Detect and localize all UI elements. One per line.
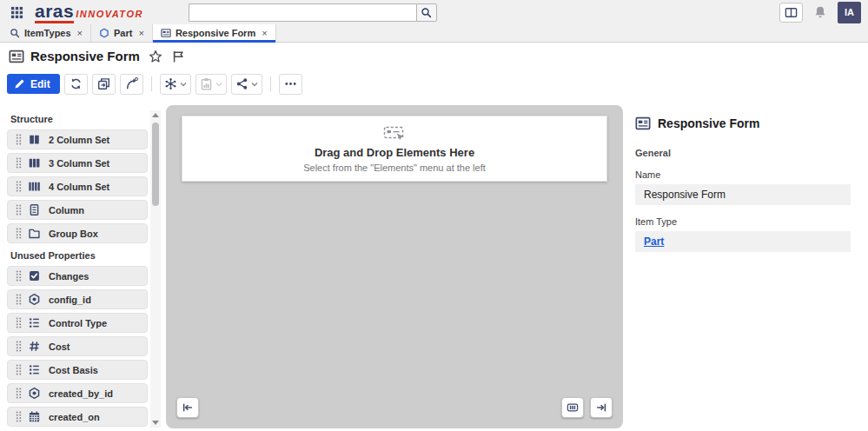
tab-responsive-form[interactable]: Responsive Form× bbox=[153, 24, 276, 42]
drag-handle-icon[interactable] bbox=[16, 411, 22, 422]
tab-label: Part bbox=[114, 28, 132, 38]
collapse-right-icon bbox=[595, 401, 607, 414]
drag-handle-icon[interactable] bbox=[16, 181, 22, 192]
flag-icon[interactable] bbox=[171, 50, 185, 63]
refresh-button[interactable] bbox=[64, 74, 88, 95]
page-title: Responsive Form bbox=[30, 49, 140, 63]
app-launcher-button[interactable] bbox=[7, 3, 26, 22]
chevron-down-icon bbox=[180, 81, 187, 88]
item-type-link[interactable]: Part bbox=[644, 235, 664, 248]
tab-close-icon[interactable]: × bbox=[77, 28, 83, 38]
header-actions: IA bbox=[779, 2, 861, 23]
open-in-new-window-button[interactable] bbox=[92, 74, 116, 95]
sidebar-item-created_on[interactable]: created_on bbox=[7, 407, 148, 427]
drag-handle-icon[interactable] bbox=[16, 294, 22, 305]
split-view-button[interactable] bbox=[779, 3, 803, 23]
sidebar-item-2-column-set[interactable]: 2 Column Set bbox=[7, 129, 148, 149]
drag-handle-icon[interactable] bbox=[16, 317, 22, 328]
hexagon-icon bbox=[99, 28, 109, 38]
drag-handle-icon[interactable] bbox=[16, 157, 22, 169]
sidebar-item-label: 4 Column Set bbox=[49, 182, 109, 192]
user-avatar[interactable]: IA bbox=[838, 2, 861, 23]
layout-columns-button[interactable] bbox=[561, 397, 584, 418]
sidebar-item-config_id[interactable]: config_id bbox=[7, 289, 148, 309]
sidebar-item-control-type[interactable]: Control Type bbox=[7, 313, 148, 333]
collapse-right-panel-button[interactable] bbox=[590, 397, 613, 418]
dropzone-title: Drag and Drop Elements Here bbox=[315, 146, 474, 159]
tab-close-icon[interactable]: × bbox=[138, 28, 143, 38]
ellipsis-icon bbox=[284, 77, 297, 90]
scroll-up-arrow[interactable] bbox=[152, 113, 159, 117]
tab-close-icon[interactable]: × bbox=[262, 28, 267, 38]
item-type-field-label: Item Type bbox=[635, 216, 851, 227]
drag-handle-icon[interactable] bbox=[16, 270, 22, 282]
sidebar-item-cost-basis[interactable]: Cost Basis bbox=[7, 360, 148, 380]
drag-handle-icon[interactable] bbox=[16, 364, 22, 375]
more-actions-button[interactable] bbox=[279, 74, 302, 95]
sidebar-scrollbar[interactable] bbox=[150, 110, 161, 428]
name-field[interactable]: Responsive Form bbox=[635, 184, 851, 205]
promote-button[interactable] bbox=[120, 74, 143, 95]
sidebar-item-changes[interactable]: Changes bbox=[7, 266, 148, 286]
drag-handle-icon[interactable] bbox=[16, 388, 22, 399]
edit-button[interactable]: Edit bbox=[7, 74, 60, 94]
tab-part[interactable]: Part× bbox=[91, 24, 153, 42]
list-icon bbox=[28, 363, 41, 376]
sidebar-item-cost[interactable]: Cost bbox=[7, 336, 148, 356]
drag-handle-icon[interactable] bbox=[16, 341, 22, 352]
list-icon bbox=[28, 316, 41, 329]
item-id-icon bbox=[28, 387, 41, 400]
properties-panel: Responsive Form General Name Responsive … bbox=[623, 105, 868, 431]
search-input[interactable] bbox=[189, 3, 416, 22]
toolbar: Edit bbox=[0, 70, 868, 98]
sidebar-item-label: Column bbox=[49, 205, 84, 216]
share-icon bbox=[235, 77, 248, 90]
search-icon bbox=[421, 7, 432, 18]
panel-section-label: General bbox=[635, 148, 851, 158]
structure-menu-button[interactable] bbox=[160, 74, 191, 95]
collapse-left-panel-button[interactable] bbox=[176, 397, 199, 418]
number-icon bbox=[28, 340, 41, 353]
scrollbar-thumb[interactable] bbox=[152, 123, 159, 206]
global-search bbox=[189, 3, 437, 22]
notifications-bell-icon[interactable] bbox=[813, 5, 827, 19]
tab-label: Responsive Form bbox=[176, 28, 255, 38]
toolbar-divider bbox=[270, 76, 271, 91]
edit-button-label: Edit bbox=[30, 78, 50, 90]
four-column-icon bbox=[28, 180, 41, 193]
sidebar-item-column[interactable]: Column bbox=[7, 200, 148, 220]
drag-handle-icon[interactable] bbox=[16, 228, 22, 239]
drag-handle-icon[interactable] bbox=[16, 204, 22, 216]
canvas-actions bbox=[561, 397, 613, 418]
favorite-star-icon[interactable] bbox=[149, 50, 162, 63]
logo-secondary-text: INNOVATOR bbox=[76, 9, 143, 19]
scroll-down-arrow[interactable] bbox=[152, 421, 159, 425]
app-header: aras INNOVATOR IA bbox=[0, 0, 868, 24]
elements-sidebar: Structure2 Column Set3 Column Set4 Colum… bbox=[0, 105, 165, 431]
sidebar-item-label: Control Type bbox=[49, 318, 107, 328]
tab-bar: ItemTypes×Part×Responsive Form× bbox=[0, 24, 868, 43]
columns-toggle-icon bbox=[567, 401, 579, 414]
item-id-icon bbox=[28, 293, 41, 306]
form-design-canvas: Drag and Drop Elements Here Select from … bbox=[166, 105, 623, 428]
drag-drop-icon bbox=[383, 124, 406, 142]
sidebar-item-3-column-set[interactable]: 3 Column Set bbox=[7, 153, 148, 173]
sidebar-item-label: created_on bbox=[49, 412, 100, 422]
pencil-icon bbox=[14, 78, 25, 90]
dropzone[interactable]: Drag and Drop Elements Here Select from … bbox=[182, 116, 607, 182]
page-title-bar: Responsive Form bbox=[0, 43, 868, 70]
promote-arrow-icon bbox=[125, 77, 138, 90]
sidebar-item-4-column-set[interactable]: 4 Column Set bbox=[7, 176, 148, 196]
sidebar-item-created_by_id[interactable]: created_by_id bbox=[7, 383, 148, 403]
search-button[interactable] bbox=[416, 3, 437, 22]
form-icon bbox=[9, 49, 24, 64]
drag-handle-icon[interactable] bbox=[16, 134, 22, 145]
sidebar-item-label: Cost bbox=[49, 341, 70, 352]
sidebar-item-label: Group Box bbox=[49, 229, 98, 239]
sidebar-item-group-box[interactable]: Group Box bbox=[7, 223, 148, 243]
toolbar-divider bbox=[151, 76, 152, 91]
item-type-field: Part bbox=[635, 231, 851, 252]
sidebar-item-label: config_id bbox=[49, 295, 91, 305]
tab-itemtypes[interactable]: ItemTypes× bbox=[2, 24, 91, 42]
share-menu-button[interactable] bbox=[231, 74, 262, 95]
